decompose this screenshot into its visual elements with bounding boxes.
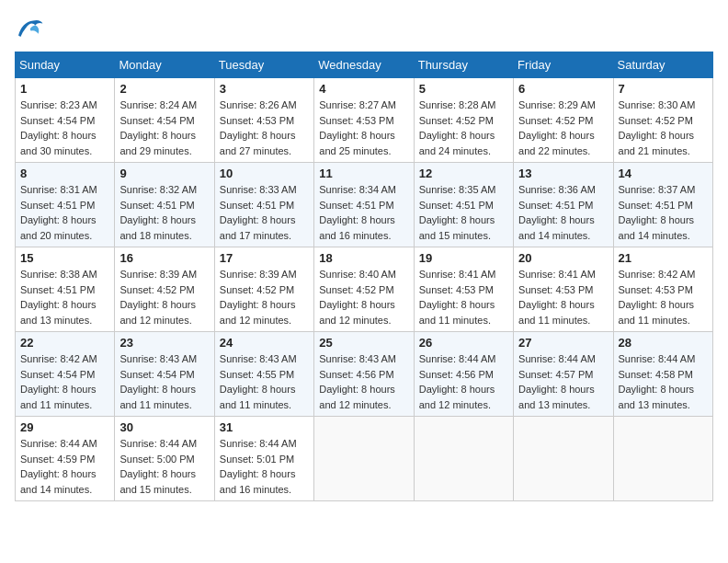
- calendar-week-row: 8Sunrise: 8:31 AMSunset: 4:51 PMDaylight…: [16, 163, 713, 247]
- calendar-day-cell: 2Sunrise: 8:24 AMSunset: 4:54 PMDaylight…: [115, 78, 214, 163]
- day-number: 14: [619, 167, 708, 180]
- day-number: 15: [20, 251, 109, 265]
- day-number: 25: [319, 336, 408, 350]
- day-detail: Sunrise: 8:42 AMSunset: 4:53 PMDaylight:…: [619, 267, 708, 327]
- day-detail: Sunrise: 8:26 AMSunset: 4:53 PMDaylight:…: [220, 98, 309, 158]
- day-number: 22: [20, 336, 109, 350]
- logo-bird-icon: [15, 15, 44, 40]
- day-detail: Sunrise: 8:39 AMSunset: 4:52 PMDaylight:…: [119, 267, 209, 327]
- calendar-day-cell: 29Sunrise: 8:44 AMSunset: 4:59 PMDayligh…: [16, 417, 115, 501]
- day-number: 6: [518, 82, 608, 96]
- day-number: 3: [220, 82, 309, 96]
- day-number: 9: [119, 167, 209, 180]
- calendar-day-cell: 24Sunrise: 8:43 AMSunset: 4:55 PMDayligh…: [214, 332, 313, 417]
- calendar-day-cell: 14Sunrise: 8:37 AMSunset: 4:51 PMDayligh…: [613, 163, 712, 247]
- calendar-day-cell: 16Sunrise: 8:39 AMSunset: 4:52 PMDayligh…: [115, 247, 214, 332]
- day-detail: Sunrise: 8:31 AMSunset: 4:51 PMDaylight:…: [20, 182, 109, 243]
- calendar-day-cell: 22Sunrise: 8:42 AMSunset: 4:54 PMDayligh…: [16, 332, 115, 417]
- calendar-day-cell: 31Sunrise: 8:44 AMSunset: 5:01 PMDayligh…: [214, 417, 313, 501]
- calendar-day-cell: 8Sunrise: 8:31 AMSunset: 4:51 PMDaylight…: [16, 163, 115, 247]
- weekday-header-cell: Thursday: [414, 52, 513, 78]
- day-number: 20: [518, 251, 608, 265]
- day-detail: Sunrise: 8:34 AMSunset: 4:51 PMDaylight:…: [319, 182, 408, 243]
- day-detail: Sunrise: 8:43 AMSunset: 4:54 PMDaylight:…: [119, 351, 209, 412]
- day-number: 16: [119, 251, 209, 265]
- day-number: 12: [419, 167, 508, 180]
- calendar-day-cell: 9Sunrise: 8:32 AMSunset: 4:51 PMDaylight…: [115, 163, 214, 247]
- weekday-header-cell: Saturday: [613, 52, 712, 78]
- calendar-day-cell: 7Sunrise: 8:30 AMSunset: 4:52 PMDaylight…: [613, 78, 712, 163]
- weekday-header-cell: Sunday: [16, 52, 115, 78]
- day-detail: Sunrise: 8:39 AMSunset: 4:52 PMDaylight:…: [220, 267, 309, 327]
- calendar-day-cell: 15Sunrise: 8:38 AMSunset: 4:51 PMDayligh…: [16, 247, 115, 332]
- calendar-day-cell: 21Sunrise: 8:42 AMSunset: 4:53 PMDayligh…: [613, 247, 712, 332]
- day-detail: Sunrise: 8:35 AMSunset: 4:51 PMDaylight:…: [419, 182, 508, 243]
- calendar-day-cell: 23Sunrise: 8:43 AMSunset: 4:54 PMDayligh…: [115, 332, 214, 417]
- calendar-day-cell: 25Sunrise: 8:43 AMSunset: 4:56 PMDayligh…: [314, 332, 414, 417]
- day-number: 26: [419, 336, 508, 350]
- day-number: 23: [119, 336, 209, 350]
- day-detail: Sunrise: 8:29 AMSunset: 4:52 PMDaylight:…: [518, 98, 608, 158]
- day-number: 21: [619, 251, 708, 265]
- calendar-day-cell: 18Sunrise: 8:40 AMSunset: 4:52 PMDayligh…: [314, 247, 414, 332]
- day-number: 31: [220, 420, 309, 434]
- calendar-body: 1Sunrise: 8:23 AMSunset: 4:54 PMDaylight…: [16, 78, 713, 501]
- day-number: 18: [319, 251, 408, 265]
- calendar-week-row: 1Sunrise: 8:23 AMSunset: 4:54 PMDaylight…: [16, 78, 713, 163]
- day-detail: Sunrise: 8:27 AMSunset: 4:53 PMDaylight:…: [319, 98, 408, 158]
- day-number: 27: [518, 336, 608, 350]
- day-number: 8: [20, 167, 109, 180]
- day-detail: Sunrise: 8:44 AMSunset: 4:57 PMDaylight:…: [518, 351, 608, 412]
- day-detail: Sunrise: 8:41 AMSunset: 4:53 PMDaylight:…: [419, 267, 508, 327]
- day-number: 24: [220, 336, 309, 350]
- day-detail: Sunrise: 8:38 AMSunset: 4:51 PMDaylight:…: [20, 267, 109, 327]
- weekday-header-cell: Friday: [514, 52, 613, 78]
- day-detail: Sunrise: 8:24 AMSunset: 4:54 PMDaylight:…: [119, 98, 209, 158]
- day-detail: Sunrise: 8:37 AMSunset: 4:51 PMDaylight:…: [619, 182, 708, 243]
- calendar-day-cell: 19Sunrise: 8:41 AMSunset: 4:53 PMDayligh…: [414, 247, 513, 332]
- day-detail: Sunrise: 8:41 AMSunset: 4:53 PMDaylight:…: [518, 267, 608, 327]
- day-detail: Sunrise: 8:43 AMSunset: 4:56 PMDaylight:…: [319, 351, 408, 412]
- calendar-day-cell: 6Sunrise: 8:29 AMSunset: 4:52 PMDaylight…: [514, 78, 613, 163]
- calendar-day-cell: [314, 417, 414, 501]
- day-detail: Sunrise: 8:40 AMSunset: 4:52 PMDaylight:…: [319, 267, 408, 327]
- calendar-day-cell: [514, 417, 613, 501]
- weekday-header-row: SundayMondayTuesdayWednesdayThursdayFrid…: [16, 52, 713, 78]
- calendar-day-cell: 4Sunrise: 8:27 AMSunset: 4:53 PMDaylight…: [314, 78, 414, 163]
- calendar-day-cell: [613, 417, 712, 501]
- day-detail: Sunrise: 8:44 AMSunset: 5:01 PMDaylight:…: [220, 436, 309, 497]
- calendar-day-cell: 3Sunrise: 8:26 AMSunset: 4:53 PMDaylight…: [214, 78, 313, 163]
- day-number: 19: [419, 251, 508, 265]
- day-number: 2: [119, 82, 209, 96]
- day-number: 1: [20, 82, 109, 96]
- day-number: 10: [220, 167, 309, 180]
- day-detail: Sunrise: 8:44 AMSunset: 5:00 PMDaylight:…: [119, 436, 209, 497]
- day-detail: Sunrise: 8:30 AMSunset: 4:52 PMDaylight:…: [619, 98, 708, 158]
- calendar-day-cell: 10Sunrise: 8:33 AMSunset: 4:51 PMDayligh…: [214, 163, 313, 247]
- day-detail: Sunrise: 8:44 AMSunset: 4:59 PMDaylight:…: [20, 436, 109, 497]
- day-number: 11: [319, 167, 408, 180]
- day-detail: Sunrise: 8:32 AMSunset: 4:51 PMDaylight:…: [119, 182, 209, 243]
- day-detail: Sunrise: 8:33 AMSunset: 4:51 PMDaylight:…: [220, 182, 309, 243]
- calendar-week-row: 29Sunrise: 8:44 AMSunset: 4:59 PMDayligh…: [16, 417, 713, 501]
- calendar-day-cell: 1Sunrise: 8:23 AMSunset: 4:54 PMDaylight…: [16, 78, 115, 163]
- calendar-day-cell: 26Sunrise: 8:44 AMSunset: 4:56 PMDayligh…: [414, 332, 513, 417]
- calendar-table: SundayMondayTuesdayWednesdayThursdayFrid…: [15, 52, 713, 501]
- weekday-header-cell: Monday: [115, 52, 214, 78]
- calendar-day-cell: 12Sunrise: 8:35 AMSunset: 4:51 PMDayligh…: [414, 163, 513, 247]
- weekday-header-cell: Tuesday: [214, 52, 313, 78]
- day-detail: Sunrise: 8:44 AMSunset: 4:56 PMDaylight:…: [419, 351, 508, 412]
- day-number: 7: [619, 82, 708, 96]
- day-number: 29: [20, 420, 109, 434]
- calendar-day-cell: [414, 417, 513, 501]
- day-number: 4: [319, 82, 408, 96]
- calendar-day-cell: 28Sunrise: 8:44 AMSunset: 4:58 PMDayligh…: [613, 332, 712, 417]
- calendar-day-cell: 20Sunrise: 8:41 AMSunset: 4:53 PMDayligh…: [514, 247, 613, 332]
- calendar-week-row: 22Sunrise: 8:42 AMSunset: 4:54 PMDayligh…: [16, 332, 713, 417]
- day-number: 13: [518, 167, 608, 180]
- calendar-day-cell: 30Sunrise: 8:44 AMSunset: 5:00 PMDayligh…: [115, 417, 214, 501]
- day-number: 30: [119, 420, 209, 434]
- page-header: [15, 15, 713, 40]
- logo: [15, 15, 48, 40]
- day-detail: Sunrise: 8:23 AMSunset: 4:54 PMDaylight:…: [20, 98, 109, 158]
